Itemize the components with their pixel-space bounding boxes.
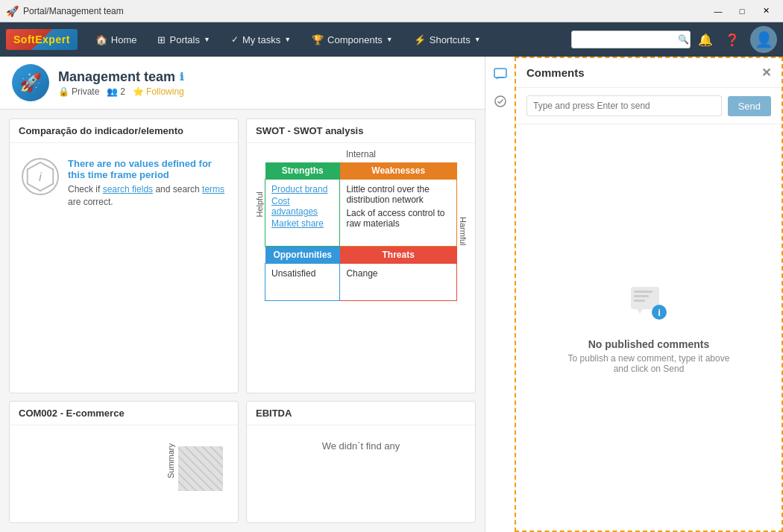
search-bar[interactable]: 🔍: [571, 31, 691, 48]
swot-opportunity-1: Unsatisfied: [271, 268, 333, 279]
swot-body: Internal Helpful Strengths Weaknesses Ha…: [247, 143, 475, 367]
empty-title: No published comments: [588, 338, 710, 350]
following-label: Following: [146, 86, 184, 97]
nav-mytasks[interactable]: ✓ My tasks ▼: [222, 30, 300, 50]
send-button[interactable]: Send: [728, 96, 771, 116]
check-sidebar-btn[interactable]: [488, 89, 512, 113]
swot-opportunities-cell: Unsatisfied: [265, 264, 340, 301]
nav-mytasks-label: My tasks: [242, 34, 280, 45]
search-icon: 🔍: [678, 34, 689, 45]
svg-text:i: i: [39, 169, 43, 184]
comments-input-area: Send: [516, 88, 782, 124]
svg-rect-7: [634, 300, 645, 302]
ecommerce-widget: COM002 - E-commerce Summary: [9, 401, 239, 524]
comments-sidebar-btn[interactable]: [488, 63, 512, 86]
swot-strength-3[interactable]: Market share: [271, 218, 333, 229]
no-values-msg: There are no values defined for this tim…: [68, 158, 212, 180]
avatar-icon: 👤: [755, 31, 773, 48]
swot-strength-1[interactable]: Product brand: [271, 184, 333, 194]
summary-label: Summary: [166, 443, 175, 478]
swot-weaknesses-cell: Little control over the distribution net…: [340, 180, 457, 247]
nav-shortcuts-label: Shortcuts: [430, 34, 471, 45]
comments-input[interactable]: [526, 95, 722, 116]
swot-title: SWOT - SWOT analysis: [247, 119, 475, 143]
minimize-button[interactable]: —: [707, 3, 729, 19]
comparacao-widget: Comparação do indicador/elemento i There…: [9, 118, 239, 393]
svg-rect-6: [634, 295, 649, 297]
star-icon: ⭐: [133, 86, 144, 97]
comments-title: Comments: [526, 66, 585, 79]
logo-text: Soft: [13, 34, 35, 45]
comments-panel: Comments ✕ Send i No published comments …: [515, 57, 783, 532]
title-bar-controls: — □ ✕: [707, 3, 777, 19]
swot-table: Helpful Strengths Weaknesses Harmful Pro…: [253, 162, 469, 301]
rocket-icon: 🚀: [19, 72, 42, 93]
nav-home-label: Home: [111, 34, 137, 45]
nav-portals[interactable]: ⊞ Portals ▼: [148, 30, 218, 50]
navbar: SoftExpert 🏠 Home ⊞ Portals ▼ ✓ My tasks…: [0, 22, 783, 57]
svg-rect-5: [634, 291, 652, 293]
svg-text:i: i: [658, 307, 661, 318]
info-hex-icon: i: [22, 158, 59, 195]
logo[interactable]: SoftExpert: [6, 29, 78, 50]
home-icon: 🏠: [95, 34, 107, 45]
nav-components[interactable]: 🏆 Components ▼: [303, 30, 402, 50]
ecommerce-body: Summary: [10, 425, 238, 497]
nav-shortcuts[interactable]: ⚡ Shortcuts ▼: [405, 30, 490, 50]
swot-strength-2[interactable]: Cost advantages: [271, 196, 333, 217]
meta-users: 👥 2: [107, 86, 125, 97]
page-title: Management team ℹ: [58, 69, 184, 85]
empty-comments-icon: i: [626, 281, 671, 332]
page-meta: 🔒 Private 👥 2 ⭐ Following: [58, 86, 184, 97]
private-label: Private: [72, 86, 99, 97]
mytasks-icon: ✓: [231, 34, 239, 45]
icon-sidebar: [485, 57, 515, 532]
portals-icon: ⊞: [157, 34, 166, 45]
components-icon: 🏆: [312, 34, 324, 45]
content-panel: 🚀 Management team ℹ 🔒 Private 👥 2: [0, 57, 485, 532]
comments-empty-state: i No published comments To publish a new…: [516, 124, 782, 531]
meta-following[interactable]: ⭐ Following: [133, 86, 184, 97]
ebitda-widget: EBITDA We didn`t find any: [246, 401, 476, 524]
info-icon[interactable]: ℹ: [180, 71, 183, 83]
maximize-button[interactable]: □: [731, 3, 753, 19]
shortcuts-caret: ▼: [474, 36, 481, 43]
page-title-text: Management team: [58, 69, 175, 85]
ebitda-title: EBITDA: [247, 402, 475, 425]
close-button[interactable]: ✕: [755, 3, 777, 19]
user-avatar[interactable]: 👤: [750, 26, 777, 53]
search-fields-link[interactable]: search fields: [103, 184, 153, 194]
comparacao-body: i There are no values defined for this t…: [10, 143, 238, 224]
ecommerce-title: COM002 - E-commerce: [10, 402, 238, 425]
notifications-button[interactable]: 🔔: [694, 28, 717, 51]
portals-caret: ▼: [204, 36, 210, 43]
ebitda-body: We didn`t find any: [247, 425, 475, 466]
users-count: 2: [120, 86, 125, 97]
logo-highlight: Expert: [35, 34, 70, 45]
search-input[interactable]: [578, 34, 675, 45]
page-title-area: Management team ℹ 🔒 Private 👥 2 ⭐ Follow…: [58, 69, 184, 97]
swot-threats-cell: Change: [340, 264, 457, 301]
swot-widget: SWOT - SWOT analysis Internal Helpful St…: [246, 118, 476, 393]
search-terms-link[interactable]: terms: [202, 184, 224, 194]
main-container: 🚀 Management team ℹ 🔒 Private 👥 2: [0, 57, 783, 532]
no-values-text: There are no values defined for this tim…: [68, 158, 226, 209]
no-values-hint: Check if search fields and search terms …: [68, 183, 226, 209]
users-icon: 👥: [107, 86, 118, 97]
swot-helpful-label: Helpful: [253, 162, 265, 247]
nav-components-label: Components: [327, 34, 383, 45]
help-button[interactable]: ❓: [720, 28, 744, 51]
swot-threats-header: Threats: [340, 247, 457, 264]
meta-private: 🔒 Private: [58, 86, 99, 97]
comments-close-button[interactable]: ✕: [761, 66, 771, 80]
swot-weaknesses-header: Weaknesses: [340, 162, 457, 180]
swot-strengths-cell: Product brand Cost advantages Market sha…: [265, 180, 340, 247]
components-caret: ▼: [386, 36, 393, 43]
summary-bar: [178, 446, 223, 491]
widget-grid: Comparação do indicador/elemento i There…: [0, 110, 485, 532]
svg-point-3: [495, 96, 506, 107]
swot-harmful-label: Harmful: [457, 162, 470, 301]
nav-home[interactable]: 🏠 Home: [87, 30, 146, 50]
app-icon: 🚀: [6, 5, 19, 17]
title-bar-text: Portal/Management team: [23, 6, 124, 16]
